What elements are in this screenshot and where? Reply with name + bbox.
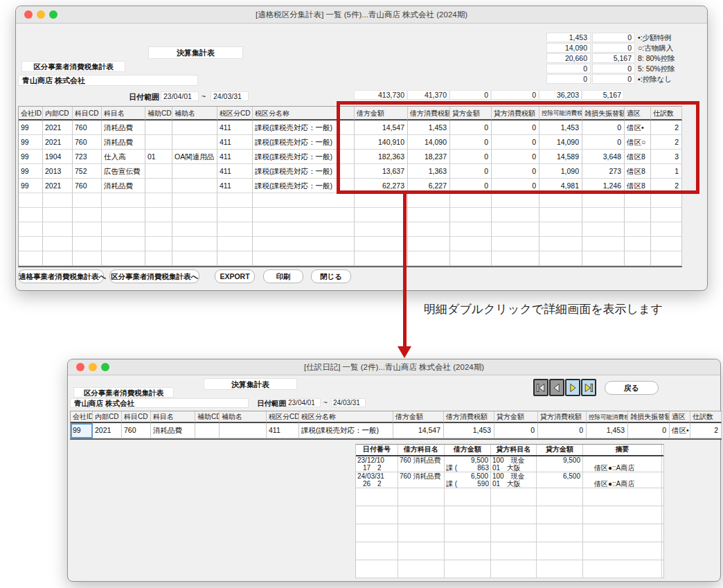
cell bbox=[102, 237, 145, 251]
cell bbox=[172, 164, 217, 179]
legend-value: 0 bbox=[592, 43, 635, 53]
credit-amount: 6,500 bbox=[538, 472, 581, 480]
legend-label: 5: 50%控除 bbox=[638, 64, 714, 73]
nav-next-button[interactable] bbox=[565, 379, 580, 396]
annotation-text: 明細ダブルクリックで詳細画面を表示します bbox=[424, 301, 663, 317]
cell bbox=[408, 237, 450, 251]
date-from-field: 23/04/01 bbox=[161, 91, 199, 101]
cell bbox=[195, 423, 220, 438]
empty-table-row bbox=[19, 208, 682, 222]
report-subtype-field: 区分事業者消費税集計表 bbox=[21, 61, 125, 72]
cell bbox=[491, 506, 537, 524]
cell bbox=[355, 237, 408, 251]
cell bbox=[492, 208, 539, 222]
cell: 2013 bbox=[43, 164, 73, 179]
cell bbox=[145, 179, 172, 193]
cell bbox=[450, 222, 492, 237]
journal-detail-row[interactable]: 24/03/31 26 2 760 消耗品費 6,500 課 ( 590 100… bbox=[356, 472, 663, 488]
column-header: 補助CD bbox=[195, 411, 220, 423]
column-header: 科目名 bbox=[151, 411, 195, 423]
cell bbox=[145, 208, 172, 222]
close-button[interactable] bbox=[76, 363, 84, 371]
legend-value: 20,660 bbox=[546, 53, 591, 63]
arrow-line bbox=[403, 193, 407, 348]
entry-date: 23/12/10 bbox=[357, 456, 396, 464]
cell bbox=[73, 208, 102, 222]
cell: 消耗品費 bbox=[151, 423, 195, 438]
cell bbox=[145, 222, 172, 237]
cell: 99 bbox=[19, 179, 43, 193]
cell bbox=[651, 193, 682, 208]
cell: 411 bbox=[217, 121, 253, 135]
zoom-button[interactable] bbox=[101, 363, 109, 371]
column-header: 摘要 bbox=[583, 445, 662, 455]
journal-detail-row[interactable]: 23/12/10 17 2 760 消耗品費 9,500 課 ( 863 100… bbox=[356, 456, 663, 472]
column-header: 適区 bbox=[670, 411, 690, 423]
tax-prefix: 課 ( bbox=[446, 480, 457, 488]
zoom-button[interactable] bbox=[49, 10, 57, 19]
cell bbox=[492, 193, 539, 208]
credit-account-cell: 100 現金 01 大阪 bbox=[491, 456, 537, 472]
debit-account: 760 消耗品費 bbox=[400, 472, 443, 480]
to-category-business-summary-button[interactable]: 区分事業者消費税集計表へ bbox=[109, 269, 199, 283]
export-button[interactable]: EXPORT bbox=[215, 269, 255, 283]
cell bbox=[19, 208, 43, 222]
cell bbox=[537, 506, 583, 524]
to-qualified-business-summary-button[interactable]: 適格事業者消費税集計表へ bbox=[18, 269, 104, 283]
minimize-button[interactable] bbox=[89, 363, 97, 371]
column-header: 控除可能消費税 bbox=[587, 411, 628, 423]
column-header: 仕訳数 bbox=[690, 411, 722, 423]
cell bbox=[19, 193, 43, 208]
cell: 760 bbox=[73, 179, 102, 193]
cell: 消耗品費 bbox=[102, 135, 145, 150]
cell bbox=[537, 524, 583, 542]
skip-to-first-icon bbox=[535, 382, 546, 393]
cell bbox=[102, 208, 145, 222]
cell bbox=[217, 208, 253, 222]
cell bbox=[408, 251, 450, 266]
cell bbox=[43, 222, 73, 237]
close-window-button[interactable]: 閉じる bbox=[311, 269, 351, 283]
table-row[interactable]: 992021760消耗品費411課税(課税売対応：一般)14,5471,4530… bbox=[71, 423, 722, 438]
date-number-cell: 24/03/31 26 2 bbox=[356, 472, 398, 488]
nav-first-button[interactable] bbox=[533, 379, 548, 396]
cell: 760 bbox=[122, 423, 151, 438]
legend-value: 1,453 bbox=[546, 33, 591, 42]
cell: OA関連用品 bbox=[172, 150, 217, 164]
journal-summary-table: 会社ID内部CD科目CD科目名補助CD補助名税区分CD税区分名称借方金額借方消費… bbox=[70, 411, 722, 440]
cell bbox=[253, 193, 355, 208]
cell bbox=[145, 164, 172, 179]
close-button[interactable] bbox=[24, 10, 33, 19]
date-range-label: 日付範囲 bbox=[257, 399, 286, 409]
cell bbox=[73, 251, 102, 266]
cell bbox=[43, 237, 73, 251]
cell: 411 bbox=[217, 135, 253, 150]
total-debit-amount: 413,730 bbox=[354, 90, 407, 100]
debit-account: 760 消耗品費 bbox=[400, 456, 443, 464]
column-header: 補助CD bbox=[145, 107, 172, 121]
legend-label: •:少額特例 bbox=[638, 33, 714, 42]
column-header: 借方金額 bbox=[393, 411, 444, 423]
empty-detail-row bbox=[356, 524, 663, 542]
entry-number: 26 2 bbox=[357, 480, 396, 488]
cell bbox=[102, 193, 145, 208]
print-button[interactable]: 印刷 bbox=[263, 269, 303, 283]
cell: 752 bbox=[73, 164, 102, 179]
empty-detail-row bbox=[356, 560, 663, 578]
nav-last-button[interactable] bbox=[581, 379, 596, 396]
cell: 1904 bbox=[43, 150, 73, 164]
cell bbox=[539, 208, 582, 222]
minimize-button[interactable] bbox=[37, 10, 45, 19]
cell bbox=[492, 251, 539, 266]
back-button[interactable]: 戻る bbox=[605, 381, 659, 395]
cell bbox=[172, 237, 217, 251]
nav-previous-button[interactable] bbox=[549, 379, 564, 396]
cell bbox=[408, 193, 450, 208]
column-header: 内部CD bbox=[43, 107, 73, 121]
cell bbox=[625, 237, 651, 251]
highlight-rectangle bbox=[337, 101, 699, 194]
cell bbox=[625, 208, 651, 222]
entry-date: 24/03/31 bbox=[357, 472, 396, 480]
cell bbox=[356, 560, 398, 578]
cell bbox=[217, 237, 253, 251]
